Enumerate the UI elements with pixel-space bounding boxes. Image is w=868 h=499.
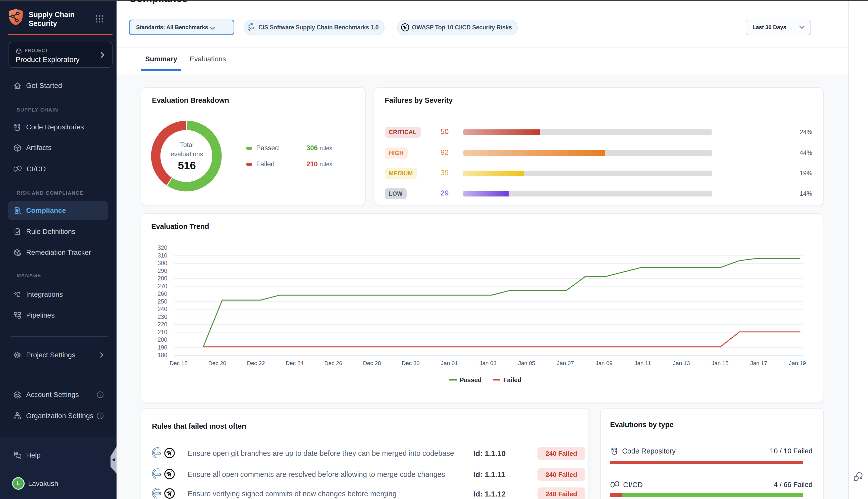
svg-text:Jan 09: Jan 09 — [595, 360, 612, 366]
svg-text:Dec 24: Dec 24 — [286, 360, 303, 366]
svg-text:?: ? — [15, 451, 17, 455]
svg-text:Failed: Failed — [503, 376, 521, 384]
svg-text:190: 190 — [158, 344, 167, 351]
svg-text:280: 280 — [158, 275, 167, 282]
svg-text:Dec 20: Dec 20 — [208, 360, 226, 366]
svg-text:CIS: CIS — [154, 491, 161, 496]
svg-text:Dec 28: Dec 28 — [363, 360, 381, 366]
svg-text:Jan 05: Jan 05 — [518, 360, 535, 366]
svg-text:CIS: CIS — [154, 472, 161, 477]
svg-text:290: 290 — [158, 268, 167, 274]
svg-text:250: 250 — [158, 298, 167, 305]
svg-text:Dec 26: Dec 26 — [324, 360, 342, 366]
svg-text:Jan 03: Jan 03 — [480, 360, 497, 366]
svg-text:Jan 13: Jan 13 — [673, 360, 690, 366]
svg-text:Dec 22: Dec 22 — [247, 360, 265, 366]
svg-text:CIS: CIS — [154, 451, 161, 455]
svg-text:Jan 19: Jan 19 — [789, 360, 806, 366]
svg-text:240: 240 — [158, 306, 167, 312]
svg-text:320: 320 — [158, 244, 167, 251]
svg-text:200: 200 — [158, 337, 167, 343]
svg-text:Jan 17: Jan 17 — [750, 360, 767, 366]
svg-text:210: 210 — [158, 329, 167, 336]
svg-text:Jan 01: Jan 01 — [441, 360, 458, 366]
svg-text:270: 270 — [158, 283, 167, 290]
svg-text:Jan 07: Jan 07 — [557, 360, 574, 366]
svg-text:220: 220 — [158, 321, 167, 328]
svg-text:260: 260 — [158, 291, 167, 297]
svg-text:Passed: Passed — [460, 376, 482, 384]
svg-text:Dec 30: Dec 30 — [401, 360, 420, 366]
svg-text:230: 230 — [158, 314, 167, 320]
svg-text:Jan 15: Jan 15 — [711, 360, 729, 366]
svg-text:310: 310 — [158, 252, 167, 259]
svg-text:CIS: CIS — [249, 26, 254, 29]
svg-text:180: 180 — [158, 352, 167, 358]
svg-text:Jan 11: Jan 11 — [634, 360, 651, 366]
svg-text:Dec 18: Dec 18 — [170, 360, 188, 366]
svg-text:300: 300 — [158, 260, 167, 266]
